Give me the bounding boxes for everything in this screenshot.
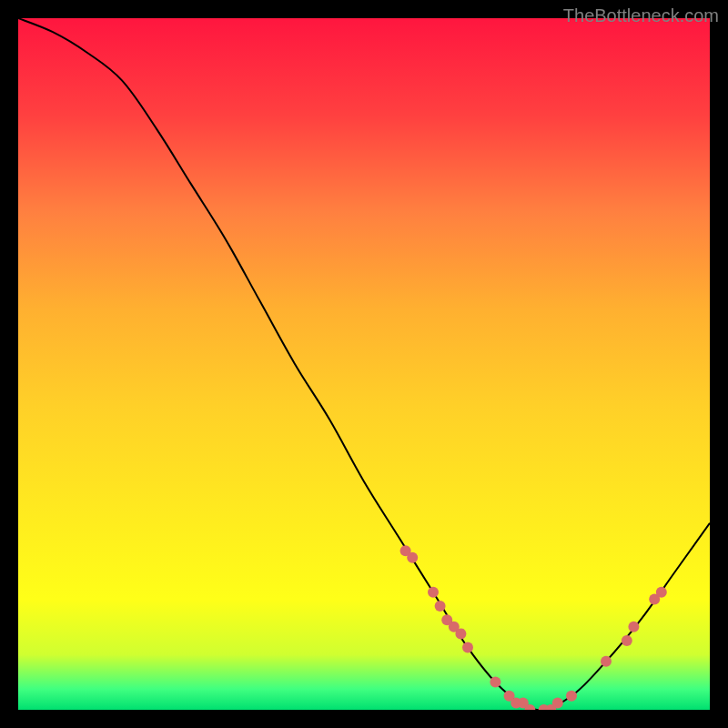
chart-marker [490,677,500,688]
chart-marker [407,552,418,563]
chart-marker [628,622,639,632]
chart-plot-area [18,18,710,710]
chart-marker [656,587,667,598]
attribution-text: TheBottleneck.com [563,5,719,26]
chart-marker [552,697,563,708]
chart-marker [601,656,612,667]
chart-marker [455,628,466,639]
chart-marker [622,635,632,646]
chart-marker [428,587,439,598]
chart-marker [462,642,473,653]
chart-marker [435,601,446,612]
chart-marker [566,691,577,702]
chart-svg [18,18,710,710]
chart-curve [18,18,710,710]
chart-markers [400,545,667,710]
